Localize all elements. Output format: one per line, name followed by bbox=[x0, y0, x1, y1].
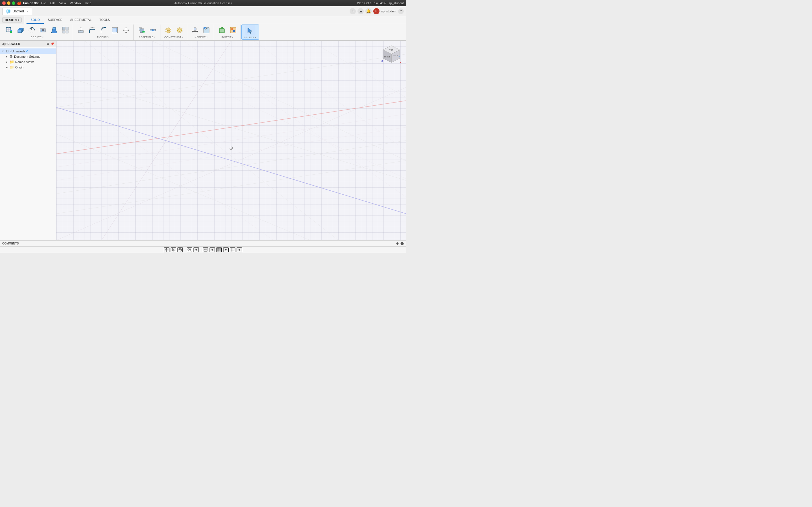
timeline-first-button[interactable]: ⏮ bbox=[2, 253, 7, 254]
revolve-button[interactable] bbox=[27, 25, 37, 35]
maximize-window-button[interactable] bbox=[12, 1, 15, 5]
tool-group-inspect: INSPECT ▾ bbox=[188, 24, 214, 40]
inspect-arrow-icon: ▾ bbox=[206, 36, 208, 39]
extrude-button[interactable] bbox=[15, 25, 26, 35]
origin-folder-icon: 📁 bbox=[10, 65, 14, 69]
tab-tools[interactable]: TOOLS bbox=[96, 16, 114, 24]
timeline-play-button[interactable]: ▶ bbox=[13, 253, 18, 254]
svg-rect-109 bbox=[219, 248, 221, 249]
document-tab[interactable]: 🧊 Untitled × bbox=[2, 8, 32, 15]
hole-button[interactable] bbox=[38, 25, 48, 35]
unsaved-collapse-arrow[interactable]: ▼ bbox=[2, 50, 4, 53]
comments-resize-icon[interactable]: ⬤ bbox=[400, 242, 404, 245]
grid-dropdown[interactable]: ▾ bbox=[237, 247, 242, 252]
decal-icon bbox=[230, 26, 237, 34]
press-pull-button[interactable] bbox=[76, 25, 86, 35]
shell-icon bbox=[111, 26, 118, 34]
timeline-last-button[interactable]: ⏭ bbox=[25, 253, 30, 254]
midplane-icon bbox=[176, 26, 183, 34]
view-controls-toolbar: ▾ ▾ ▾ ▾ bbox=[0, 246, 406, 252]
notifications-button[interactable]: 🔔 bbox=[365, 8, 371, 14]
select-button[interactable] bbox=[245, 25, 255, 36]
svg-rect-23 bbox=[66, 31, 68, 33]
insert-mesh-button[interactable] bbox=[217, 25, 227, 35]
svg-marker-34 bbox=[128, 29, 129, 31]
loft-button[interactable] bbox=[49, 25, 59, 35]
svg-line-70 bbox=[56, 74, 406, 180]
named-views-arrow[interactable]: ▶ bbox=[6, 61, 8, 63]
svg-line-102 bbox=[190, 251, 192, 252]
decal-button[interactable] bbox=[228, 25, 238, 35]
user-avatar[interactable]: D bbox=[373, 8, 379, 14]
tree-item-named-views[interactable]: ▶ 📁 Named Views bbox=[0, 59, 56, 64]
new-tab-button[interactable]: + bbox=[350, 8, 356, 14]
svg-text:RIGHT: RIGHT bbox=[393, 55, 398, 57]
insert-arrow-icon: ▾ bbox=[232, 36, 234, 39]
help-button[interactable]: ? bbox=[398, 8, 404, 14]
browser-pin-icon[interactable]: 📌 bbox=[50, 42, 54, 46]
origin-arrow[interactable]: ▶ bbox=[6, 66, 8, 69]
view-menu[interactable]: View bbox=[59, 1, 66, 5]
pan-button-2[interactable] bbox=[170, 247, 176, 252]
section-analysis-button[interactable] bbox=[201, 25, 211, 35]
offset-plane-button[interactable] bbox=[163, 25, 173, 35]
fillet-icon bbox=[89, 26, 96, 34]
display-dropdown-2[interactable]: ▾ bbox=[223, 247, 229, 252]
tab-sheet-metal[interactable]: SHEET METAL bbox=[66, 16, 95, 24]
tab-close-button[interactable]: × bbox=[27, 10, 29, 13]
tab-surface[interactable]: SURFACE bbox=[44, 16, 66, 24]
document-icon: 🧊 bbox=[6, 9, 11, 13]
help-menu[interactable]: Help bbox=[85, 1, 91, 5]
tool-group-assemble: + ASSEMBLE ▾ bbox=[134, 24, 160, 40]
inspect-group-label: INSPECT ▾ bbox=[194, 36, 208, 39]
edit-menu[interactable]: Edit bbox=[50, 1, 55, 5]
unsaved-check-icon: ✓ bbox=[26, 50, 28, 53]
assemble-group-label: ASSEMBLE ▾ bbox=[139, 36, 156, 39]
svg-marker-31 bbox=[125, 27, 127, 28]
timeline-prev-button[interactable]: ◀ bbox=[8, 253, 13, 254]
tree-item-unsaved[interactable]: ▼ 🗋 (Unsaved) ✓ bbox=[0, 48, 56, 54]
new-component-button[interactable]: + bbox=[137, 25, 147, 35]
svg-rect-106 bbox=[204, 249, 206, 250]
main-layout: ◀ BROWSER ⚙ 📌 ▼ 🗋 (Unsaved) ✓ ▶ ⚙ Docume… bbox=[0, 41, 406, 240]
timeline-next-button[interactable]: ▶▶ bbox=[19, 253, 24, 254]
browser-collapse-icon[interactable]: ◀ bbox=[2, 42, 4, 46]
zoom-dropdown-button[interactable]: ▾ bbox=[193, 247, 199, 252]
measure-button[interactable] bbox=[190, 25, 200, 35]
shell-button[interactable] bbox=[110, 25, 120, 35]
tree-item-origin[interactable]: ▶ 📁 Origin bbox=[0, 64, 56, 70]
new-sketch-button[interactable]: + bbox=[4, 25, 14, 35]
zoom-in-button[interactable] bbox=[187, 247, 192, 252]
joint-button[interactable] bbox=[148, 25, 158, 35]
viewcube[interactable]: TOP FRONT RIGHT Z X bbox=[380, 44, 403, 67]
comments-add-icon[interactable]: ⚙ bbox=[396, 241, 399, 245]
minimize-window-button[interactable] bbox=[7, 1, 10, 5]
orbit-button[interactable] bbox=[177, 247, 183, 252]
chamfer-button[interactable] bbox=[98, 25, 109, 35]
tree-item-doc-settings[interactable]: ▶ ⚙ Document Settings bbox=[0, 54, 56, 59]
display-mode-button[interactable] bbox=[203, 247, 208, 252]
grid-button[interactable] bbox=[230, 247, 236, 252]
midplane-button[interactable] bbox=[174, 25, 185, 35]
move-button[interactable] bbox=[121, 25, 131, 35]
viewport[interactable]: TOP FRONT RIGHT Z X bbox=[56, 41, 406, 240]
pan-button[interactable] bbox=[164, 247, 169, 252]
apple-menu-icon[interactable]: 🍎 bbox=[17, 1, 21, 5]
section-analysis-icon bbox=[203, 26, 210, 34]
fillet-button[interactable] bbox=[87, 25, 97, 35]
display-mode-2-button[interactable] bbox=[216, 247, 222, 252]
file-menu[interactable]: File bbox=[41, 1, 46, 5]
window-menu[interactable]: Window bbox=[70, 1, 81, 5]
close-window-button[interactable] bbox=[2, 1, 6, 5]
browser-settings-icon[interactable]: ⚙ bbox=[47, 42, 49, 46]
tab-solid[interactable]: SOLID bbox=[27, 16, 44, 24]
online-button[interactable]: ☁ bbox=[357, 8, 364, 14]
svg-line-80 bbox=[56, 87, 406, 240]
svg-marker-32 bbox=[125, 32, 127, 33]
svg-marker-99 bbox=[168, 249, 168, 250]
display-dropdown-1[interactable]: ▾ bbox=[209, 247, 215, 252]
pattern-button[interactable] bbox=[60, 25, 70, 35]
hole-icon bbox=[39, 26, 47, 34]
doc-settings-arrow[interactable]: ▶ bbox=[6, 55, 8, 58]
design-mode-button[interactable]: DESIGN ▾ bbox=[2, 17, 22, 23]
